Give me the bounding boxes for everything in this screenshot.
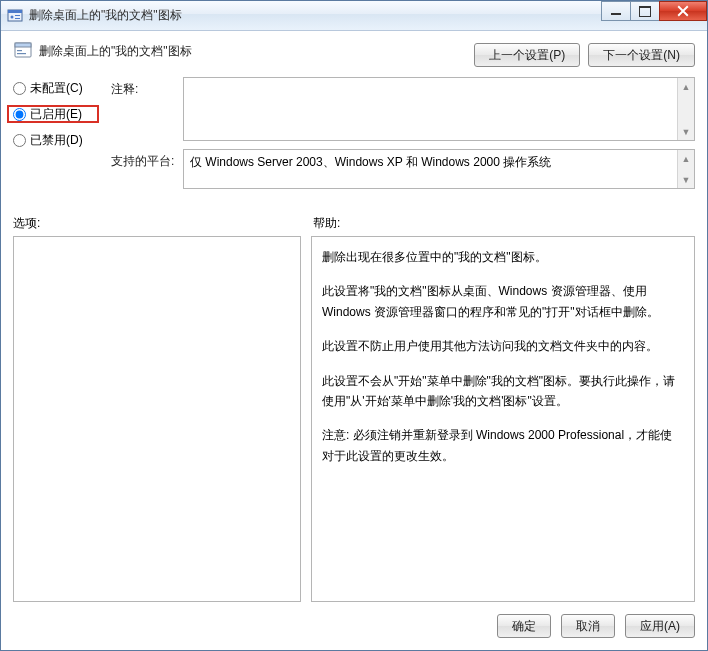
- radio-enabled[interactable]: 已启用(E): [7, 105, 99, 123]
- svg-rect-1: [8, 10, 22, 13]
- svg-point-2: [11, 15, 14, 18]
- header-row: 删除桌面上的"我的文档"图标 上一个设置(P) 下一个设置(N): [13, 41, 695, 67]
- page-title: 删除桌面上的"我的文档"图标: [39, 43, 192, 60]
- svg-rect-3: [15, 15, 20, 16]
- radio-enabled-input[interactable]: [13, 108, 26, 121]
- scroll-up-icon[interactable]: ▲: [678, 150, 694, 167]
- header-left: 删除桌面上的"我的文档"图标: [13, 41, 192, 61]
- scroll-up-icon[interactable]: ▲: [678, 78, 694, 95]
- radio-not-configured-label: 未配置(C): [30, 80, 83, 97]
- options-label: 选项:: [13, 215, 313, 232]
- help-panel: 删除出现在很多位置中的"我的文档"图标。此设置将"我的文档"图标从桌面、Wind…: [311, 236, 695, 602]
- ok-button[interactable]: 确定: [497, 614, 551, 638]
- close-button[interactable]: [659, 1, 707, 21]
- platform-textbox: 仅 Windows Server 2003、Windows XP 和 Windo…: [183, 149, 695, 189]
- comment-textbox[interactable]: ▲ ▼: [183, 77, 695, 141]
- help-label: 帮助:: [313, 215, 695, 232]
- policy-icon: [13, 41, 33, 61]
- help-paragraph: 此设置不会从"开始"菜单中删除"我的文档"图标。要执行此操作，请使用"从'开始'…: [322, 371, 684, 412]
- titlebar: 删除桌面上的"我的文档"图标: [1, 1, 707, 31]
- radio-disabled-label: 已禁用(D): [30, 132, 83, 149]
- client-area: 删除桌面上的"我的文档"图标 上一个设置(P) 下一个设置(N) 未配置(C) …: [1, 31, 707, 650]
- platform-value: 仅 Windows Server 2003、Windows XP 和 Windo…: [190, 155, 551, 169]
- scroll-down-icon[interactable]: ▼: [678, 171, 694, 188]
- dialog-window: 删除桌面上的"我的文档"图标 删除桌面上的"我的文档"图标 上一个设置(P) 下…: [0, 0, 708, 651]
- next-setting-button[interactable]: 下一个设置(N): [588, 43, 695, 67]
- svg-rect-8: [17, 53, 26, 54]
- fields-column: 注释: ▲ ▼ 支持的平台: 仅 Windows Server 2003、Win…: [111, 77, 695, 197]
- footer-buttons: 确定 取消 应用(A): [13, 602, 695, 638]
- scroll-down-icon[interactable]: ▼: [678, 123, 694, 140]
- svg-rect-7: [17, 50, 22, 51]
- radio-enabled-label: 已启用(E): [30, 106, 82, 123]
- radio-disabled[interactable]: 已禁用(D): [13, 131, 93, 149]
- radio-not-configured-input[interactable]: [13, 82, 26, 95]
- comment-row: 注释: ▲ ▼: [111, 77, 695, 141]
- window-title: 删除桌面上的"我的文档"图标: [29, 7, 182, 24]
- scrollbar[interactable]: ▲ ▼: [677, 150, 694, 188]
- maximize-button[interactable]: [630, 1, 660, 21]
- help-paragraph: 注意: 必须注销并重新登录到 Windows 2000 Professional…: [322, 425, 684, 466]
- apply-button[interactable]: 应用(A): [625, 614, 695, 638]
- svg-rect-6: [15, 43, 31, 47]
- config-row: 未配置(C) 已启用(E) 已禁用(D) 注释: ▲: [13, 77, 695, 197]
- radio-disabled-input[interactable]: [13, 134, 26, 147]
- svg-rect-4: [15, 18, 20, 19]
- minimize-button[interactable]: [601, 1, 631, 21]
- options-panel: [13, 236, 301, 602]
- section-labels: 选项: 帮助:: [13, 215, 695, 232]
- panels: 删除出现在很多位置中的"我的文档"图标。此设置将"我的文档"图标从桌面、Wind…: [13, 236, 695, 602]
- comment-label: 注释:: [111, 77, 183, 141]
- platform-row: 支持的平台: 仅 Windows Server 2003、Windows XP …: [111, 149, 695, 189]
- app-icon: [7, 8, 23, 24]
- help-paragraph: 此设置将"我的文档"图标从桌面、Windows 资源管理器、使用 Windows…: [322, 281, 684, 322]
- prev-setting-button[interactable]: 上一个设置(P): [474, 43, 580, 67]
- help-paragraph: 删除出现在很多位置中的"我的文档"图标。: [322, 247, 684, 267]
- radio-not-configured[interactable]: 未配置(C): [13, 79, 93, 97]
- help-paragraph: 此设置不防止用户使用其他方法访问我的文档文件夹中的内容。: [322, 336, 684, 356]
- nav-buttons: 上一个设置(P) 下一个设置(N): [474, 43, 695, 67]
- radio-group: 未配置(C) 已启用(E) 已禁用(D): [13, 77, 93, 197]
- cancel-button[interactable]: 取消: [561, 614, 615, 638]
- window-controls: [602, 1, 707, 21]
- platform-label: 支持的平台:: [111, 149, 183, 189]
- scrollbar[interactable]: ▲ ▼: [677, 78, 694, 140]
